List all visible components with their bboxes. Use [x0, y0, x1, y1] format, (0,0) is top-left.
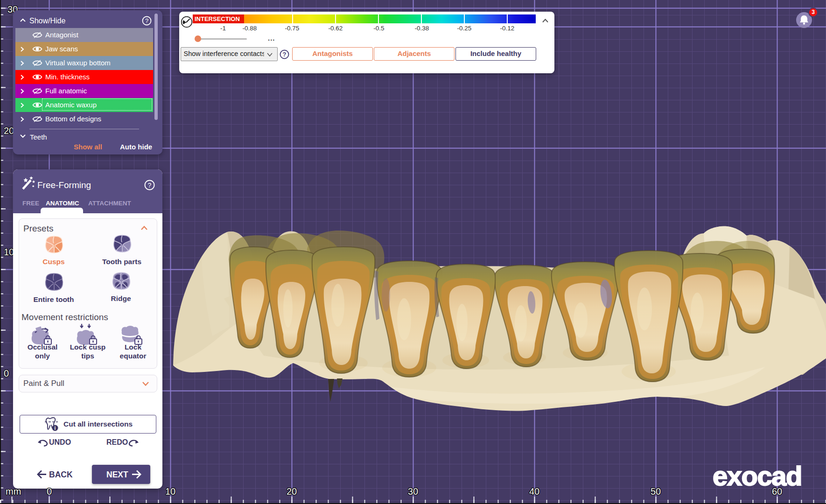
svg-text:?: ? — [148, 182, 152, 189]
svg-text:?: ? — [283, 51, 287, 58]
svg-text:i: i — [55, 426, 56, 431]
svg-text:?: ? — [145, 17, 148, 24]
